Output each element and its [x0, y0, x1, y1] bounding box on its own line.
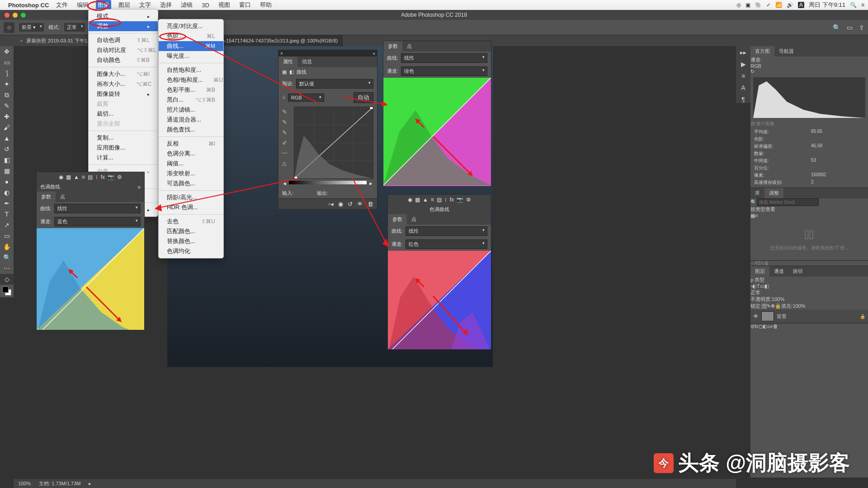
menu-select[interactable]: 选择 [158, 0, 174, 10]
play-icon[interactable]: ▶ [741, 61, 746, 68]
para-panel-icon[interactable]: ¶ [741, 96, 745, 103]
gradient-tool[interactable]: ▦ [0, 165, 14, 176]
visibility-icon[interactable]: 👁 [357, 201, 363, 207]
menu-item[interactable]: 可选颜色... [159, 178, 223, 188]
hand-tool[interactable]: ✋ [0, 241, 14, 252]
lasso-tool[interactable]: ⟆ [0, 68, 14, 79]
color-swatch[interactable] [2, 286, 11, 296]
close-icon[interactable]: × [280, 51, 283, 56]
icon[interactable]: ≡ [431, 197, 434, 203]
channel-select[interactable]: 蓝色 [54, 217, 141, 226]
search-icon[interactable]: 🔍 [833, 24, 840, 31]
volume-icon[interactable]: 🔊 [787, 2, 793, 8]
tab-params[interactable]: 参数 [388, 214, 407, 225]
tab-point[interactable]: 点 [402, 41, 416, 52]
menu-item[interactable]: 黑白...⌥⇧⌘B [159, 95, 223, 105]
curve-select[interactable]: 线性 [54, 204, 141, 213]
menu-item[interactable]: 照片滤镜... [159, 105, 223, 115]
status-icon[interactable]: ✓ [766, 2, 771, 8]
icon[interactable]: ⫶ [95, 174, 98, 180]
menu-image[interactable]: 图像 [96, 0, 111, 10]
history-brush-tool[interactable]: ↺ [0, 144, 14, 155]
lock-icon[interactable]: 🔒 [775, 303, 781, 309]
hand-icon[interactable]: ⚠ [282, 160, 287, 167]
auto-button[interactable]: 自动 [354, 92, 373, 103]
view-prev-icon[interactable]: ◉ [338, 201, 343, 207]
layer-name[interactable]: 背景 [777, 313, 787, 320]
filter-icon[interactable]: ▭ [760, 283, 764, 289]
menu-item[interactable]: 色相/饱和度...⌘U [159, 75, 223, 85]
workspace-icon[interactable]: ⇪ [859, 24, 864, 31]
wand-tool[interactable]: ✦ [0, 79, 14, 89]
lock-icon[interactable]: ✥ [771, 303, 775, 309]
mask-icon[interactable]: ◻ [759, 324, 763, 329]
minimize-button[interactable] [13, 13, 18, 18]
fill-input[interactable]: 100% [793, 303, 805, 309]
smooth-icon[interactable]: 〰 [282, 150, 288, 157]
histo-channel-select[interactable]: RGB [750, 63, 868, 69]
edit-toolbar[interactable]: ⋯ [0, 263, 14, 274]
menu-item[interactable]: 通道混合器... [159, 115, 223, 125]
adj-icon[interactable]: ◐ [763, 324, 767, 329]
menu-edit[interactable]: 编辑 [75, 0, 90, 10]
tab-histogram[interactable]: 直方图 [750, 46, 774, 56]
menu-3d[interactable]: 3D [200, 1, 211, 9]
eraser-tool[interactable]: ◧ [0, 155, 14, 165]
tab-params[interactable]: 参数 [383, 41, 402, 52]
menu-item[interactable]: 自然饱和度... [159, 65, 223, 75]
mode-select[interactable]: 正常 [64, 23, 85, 32]
icon[interactable]: ▦ [66, 174, 71, 180]
layer-filter[interactable]: ρ 类型 [750, 277, 868, 283]
app-name[interactable]: Photoshop CC [8, 2, 49, 9]
history-icon[interactable]: ▸▸ [740, 49, 746, 56]
blend-select[interactable]: 正常 [750, 289, 868, 296]
tab-navigator[interactable]: 导航器 [774, 46, 798, 56]
icon[interactable]: ▤ [437, 197, 442, 203]
menu-item[interactable]: 曝光度... [159, 51, 223, 61]
menu-item[interactable]: 模式 [89, 11, 158, 21]
menu-item[interactable]: 色调分离... [159, 149, 223, 159]
grid-icon[interactable]: ▦ [750, 213, 755, 218]
bucket-tool[interactable]: ◇ [0, 274, 14, 285]
filter-icon[interactable]: ◧ [764, 283, 769, 289]
sync-icon[interactable]: ↻ [761, 261, 764, 266]
tab-point[interactable]: 点 [407, 214, 421, 225]
icon[interactable]: ◉ [408, 197, 412, 203]
menu-item[interactable]: 替换颜色... [159, 236, 223, 246]
fx-icon[interactable]: fx [755, 324, 759, 329]
icon[interactable]: ≡ [82, 174, 85, 180]
group-icon[interactable]: ▭ [767, 324, 772, 329]
icon[interactable]: 📷 [108, 174, 114, 180]
filter-select[interactable]: 按类型查看 [750, 206, 868, 213]
zoom-level[interactable]: 100% [18, 481, 31, 486]
icon[interactable]: ⚙ [466, 197, 471, 203]
menu-filter[interactable]: 滤镜 [179, 0, 194, 10]
filter-icon[interactable]: T [757, 283, 760, 289]
menu-item[interactable]: 画布大小...⌥⌘C [89, 79, 158, 89]
brush-panel-icon[interactable]: ≡ [741, 72, 745, 80]
trash-icon[interactable]: 🗑 [773, 324, 778, 329]
clock[interactable]: 周日 下午9:11 [809, 1, 845, 9]
menu-item[interactable]: 调整 [89, 21, 158, 31]
tab-info[interactable]: 信息 [297, 56, 316, 67]
red-curve-graph[interactable] [388, 251, 491, 349]
menu-item[interactable]: 颜色查找... [159, 125, 223, 135]
icon[interactable]: ▦ [415, 197, 420, 203]
share-icon[interactable]: ▭ [847, 24, 853, 31]
menu-item[interactable]: 计算... [89, 153, 158, 163]
eyedropper-tool[interactable]: ✎ [0, 100, 14, 111]
green-curve-graph[interactable] [383, 78, 491, 186]
menu-item[interactable]: 渐变映射... [159, 169, 223, 178]
filter-icon[interactable]: ◐ [752, 283, 757, 289]
menu-item[interactable]: 色调均化 [159, 246, 223, 256]
curve-select[interactable]: 线性 [401, 53, 487, 63]
eyedropper-gray-icon[interactable]: ✎ [282, 119, 287, 126]
menu-item[interactable]: 自动色调⇧⌘L [89, 35, 158, 45]
curves-graph[interactable] [294, 107, 373, 179]
icon[interactable]: ▲ [74, 174, 79, 180]
icon[interactable]: ⫶ [444, 197, 447, 203]
eyedropper-white-icon[interactable]: ✎ [282, 129, 287, 136]
current-tool-icon[interactable]: ◇ [4, 22, 14, 33]
stamp-tool[interactable]: ▲ [0, 133, 14, 144]
menu-item[interactable]: 去色⇧⌘U [159, 216, 223, 226]
